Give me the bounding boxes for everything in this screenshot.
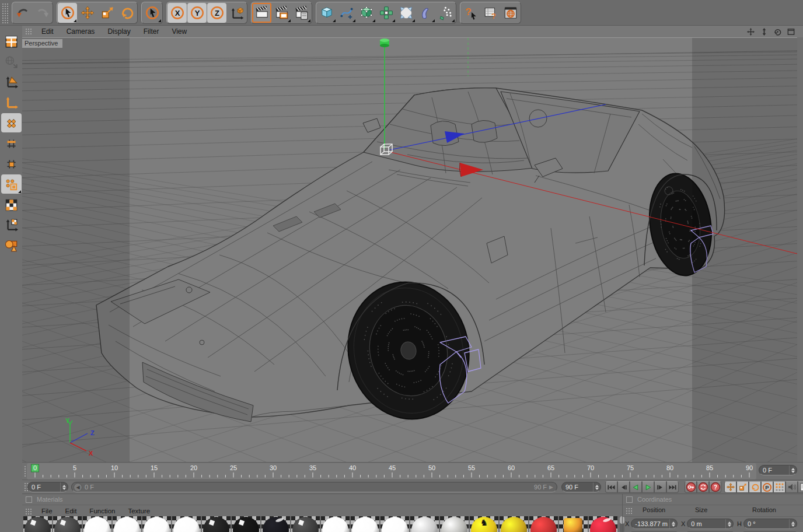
materials-menu-texture[interactable]: Texture [121, 506, 156, 516]
material-swatch[interactable] [440, 516, 469, 532]
play-backwards-icon[interactable] [630, 481, 642, 493]
materials-title-bar[interactable]: Materials [22, 494, 622, 505]
uv-points-mode-icon[interactable] [1, 174, 22, 194]
menu-edit[interactable]: Edit [35, 26, 60, 37]
primitive-cube-icon[interactable] [317, 3, 336, 23]
rotate-tool-icon[interactable] [117, 3, 137, 23]
material-swatch[interactable] [321, 516, 350, 532]
texture-mode-icon[interactable] [1, 195, 22, 214]
material-swatch[interactable] [559, 516, 588, 532]
orbit-view-icon[interactable] [772, 26, 783, 37]
menu-display[interactable]: Display [101, 26, 137, 37]
help-icon[interactable]: ? [461, 3, 480, 23]
lock-x-axis-icon[interactable]: X [167, 3, 187, 23]
render-view-icon[interactable] [252, 3, 271, 23]
material-swatch[interactable] [261, 516, 290, 532]
goto-start-icon[interactable] [605, 481, 617, 493]
pan-view-icon[interactable] [745, 26, 756, 37]
position-x-field[interactable]: -133.877 m [631, 519, 678, 529]
material-swatch[interactable] [83, 516, 111, 532]
spinner-icon[interactable] [593, 482, 600, 492]
materials-menu-function[interactable]: Function [83, 506, 121, 516]
scale-tool-icon[interactable] [97, 3, 117, 23]
content-browser-icon[interactable] [501, 3, 520, 23]
autokey-icon[interactable] [697, 481, 709, 493]
material-swatch[interactable] [172, 516, 201, 532]
rotation-h-field[interactable]: 0 ° [743, 519, 797, 529]
next-frame-icon[interactable] [654, 481, 666, 493]
toolbar-drag-handle[interactable] [1, 2, 8, 23]
material-swatch[interactable] [291, 516, 320, 532]
lock-y-axis-icon[interactable]: Y [187, 3, 207, 23]
spinner-icon[interactable] [725, 519, 733, 528]
spinner-icon[interactable] [669, 519, 677, 528]
record-pla-icon[interactable] [773, 481, 785, 493]
panel-pin-icon[interactable] [26, 496, 32, 503]
material-swatch[interactable] [500, 516, 528, 532]
object-axis-mode-icon[interactable] [1, 93, 22, 112]
materials-menu-drag-handle[interactable] [25, 508, 33, 515]
lock-z-axis-icon[interactable]: Z [207, 3, 226, 23]
size-x-field[interactable]: 0 m [687, 519, 734, 529]
spline-icon[interactable] [337, 3, 356, 23]
polygons-mode-icon[interactable] [1, 154, 22, 173]
material-swatch[interactable] [232, 516, 260, 532]
timeline-ruler[interactable]: 051015202530354045505560657075808590 [27, 463, 756, 480]
end-frame-field[interactable]: 90 F [561, 482, 601, 492]
sound-icon[interactable] [785, 481, 798, 493]
bend-deformer-icon[interactable] [416, 3, 435, 23]
edges-mode-icon[interactable] [1, 134, 22, 153]
current-frame-field[interactable]: 0 F [27, 482, 68, 492]
ffd-icon[interactable] [396, 3, 416, 23]
record-rotation-icon[interactable] [749, 481, 761, 493]
render-region-icon[interactable] [272, 3, 291, 23]
power-slider[interactable]: ◀ 0 F 90 F ▶ [71, 482, 557, 492]
viewport-label[interactable]: Perspective [22, 39, 62, 48]
texture-axis-mode-icon[interactable] [1, 215, 22, 235]
array-icon[interactable] [376, 3, 396, 23]
points-mode-icon[interactable] [1, 113, 22, 132]
material-swatch[interactable] [53, 516, 82, 532]
render-settings-icon[interactable] [292, 3, 311, 23]
coordinates-title-bar[interactable]: Coordinates [623, 494, 803, 505]
goto-end-icon[interactable] [666, 481, 679, 493]
material-swatch[interactable] [142, 516, 171, 532]
material-swatch[interactable] [202, 516, 231, 532]
make-editable-icon[interactable] [1, 32, 22, 51]
model-mode-icon[interactable] [1, 72, 22, 92]
record-keyframe-icon[interactable] [685, 481, 697, 493]
command-manager-icon[interactable]: ? [481, 3, 500, 23]
menu-filter[interactable]: Filter [137, 26, 166, 37]
record-scale-icon[interactable] [736, 481, 749, 493]
material-swatch[interactable] [380, 516, 409, 532]
viewport-menu-drag-handle[interactable] [25, 27, 33, 36]
maximize-view-icon[interactable] [785, 26, 796, 37]
dolly-view-icon[interactable] [759, 26, 769, 37]
hypernurbs-icon[interactable] [357, 3, 376, 23]
material-swatch[interactable] [351, 516, 379, 532]
undo-icon[interactable] [13, 3, 32, 23]
animation-mode-icon[interactable] [1, 236, 22, 255]
spinner-icon[interactable] [789, 519, 797, 528]
slider-handle[interactable]: ◀ [74, 483, 82, 492]
render-doc-icon[interactable] [798, 481, 803, 493]
live-selection-icon[interactable] [58, 3, 77, 23]
timeline-frame-field[interactable]: 0 F [759, 465, 797, 475]
record-parameter-icon[interactable]: P [761, 481, 773, 493]
material-swatch[interactable] [113, 516, 141, 532]
coordinate-system-icon[interactable] [227, 3, 246, 23]
spinner-icon[interactable] [789, 466, 797, 475]
spinner-icon[interactable] [60, 482, 68, 492]
material-swatch[interactable] [410, 516, 439, 532]
material-swatch[interactable] [529, 516, 558, 532]
materials-menu-file[interactable]: File [35, 506, 59, 516]
previous-frame-icon[interactable] [617, 481, 630, 493]
move-tool-icon[interactable] [78, 3, 97, 23]
panel-pin-icon[interactable] [626, 496, 633, 503]
material-swatch[interactable]: ♞ [470, 516, 498, 532]
materials-menu-edit[interactable]: Edit [59, 506, 83, 516]
material-swatch[interactable] [23, 516, 52, 532]
menu-cameras[interactable]: Cameras [60, 26, 102, 37]
material-swatch[interactable] [589, 516, 617, 532]
record-position-icon[interactable] [724, 481, 736, 493]
